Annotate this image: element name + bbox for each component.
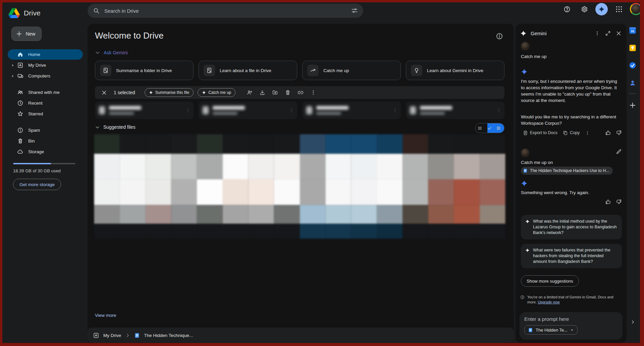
mosaic-cell	[428, 154, 454, 179]
collapse-panel-button[interactable]	[625, 317, 640, 327]
new-button[interactable]: New	[11, 26, 42, 41]
upgrade-now-link[interactable]: Upgrade now	[538, 300, 559, 304]
mosaic-cell	[171, 205, 197, 224]
rail-calendar-button[interactable]: 31	[625, 24, 640, 37]
mosaic-cell	[223, 224, 249, 238]
get-more-storage-button[interactable]: Get more storage	[13, 179, 61, 190]
mosaic-cell	[428, 179, 454, 205]
ask-gemini-card[interactable]: Summarise a folder in Drive	[95, 61, 194, 80]
mydrive-icon	[17, 62, 23, 68]
sidebar-item-bin[interactable]: Bin	[8, 136, 83, 146]
info-icon[interactable]	[496, 33, 503, 40]
account-avatar[interactable]	[630, 3, 642, 15]
expand-caret-icon	[10, 63, 15, 68]
search-input[interactable]	[104, 8, 346, 14]
gemini-suggestion-chip[interactable]: What was the initial method used by the …	[521, 215, 622, 239]
gemini-reply-2-actions	[521, 199, 622, 205]
chip-label: Catch me up	[208, 90, 231, 95]
computers-icon	[17, 73, 23, 79]
ask-gemini-card[interactable]: Learn about Gemini in Drive	[406, 61, 504, 80]
edit-prompt-icon[interactable]	[616, 149, 622, 155]
selection-chip[interactable]: Catch me up	[198, 88, 235, 97]
mosaic-cell	[223, 179, 249, 205]
gemini-menu-button[interactable]	[592, 28, 602, 39]
user-avatar	[521, 42, 622, 51]
mosaic-cell	[274, 224, 300, 238]
link-button[interactable]	[295, 87, 306, 98]
sidebar-item-home[interactable]: Home	[8, 49, 83, 60]
sidebar-item-label: Recent	[28, 101, 43, 106]
gemini-expand-button[interactable]	[602, 28, 613, 39]
list-view-button[interactable]	[475, 123, 487, 133]
prompt-file-chip[interactable]: The Hidden Te...	[524, 325, 578, 335]
rail-contacts-button[interactable]	[625, 76, 640, 90]
search-bar[interactable]	[88, 4, 363, 18]
help-button[interactable]	[560, 3, 573, 15]
home-icon	[17, 51, 23, 58]
show-more-suggestions-button[interactable]: Show more suggestions	[521, 275, 579, 287]
download-button[interactable]	[257, 87, 268, 98]
card-label: Learn about Gemini in Drive	[427, 68, 483, 73]
mosaic-cell	[171, 179, 197, 205]
chevron-right-icon	[630, 320, 635, 325]
ask-gemini-card[interactable]: Catch me up	[302, 61, 401, 80]
suggested-file-card[interactable]	[406, 102, 504, 119]
sidebar-item-recent[interactable]: Recent	[8, 98, 83, 108]
sidebar-item-label: Storage	[28, 149, 44, 154]
prompt-input[interactable]: Enter a prompt here The Hidden Te...	[520, 312, 623, 340]
person-add-button[interactable]	[244, 87, 255, 98]
referenced-file-chip[interactable]: The Hidden Technique Hackers Use to H...	[521, 167, 613, 175]
folder-move-button[interactable]	[270, 87, 280, 98]
card-label: Learn about a file in Drive	[220, 68, 271, 73]
ask-gemini-card[interactable]: Learn about a file in Drive	[199, 61, 297, 80]
folder-move-icon	[272, 90, 278, 96]
copy-button[interactable]: Copy	[561, 128, 582, 137]
search-filters-icon[interactable]	[351, 7, 358, 14]
bin-button[interactable]	[282, 87, 293, 98]
sidebar-item-shared-with-me[interactable]: Shared with me	[8, 87, 83, 98]
rail-add-button[interactable]	[625, 99, 640, 112]
view-more-link[interactable]: View more	[95, 313, 116, 318]
suggested-file-card[interactable]	[199, 102, 297, 119]
breadcrumb-file[interactable]: The Hidden Technique...	[144, 333, 193, 338]
export-to-docs-button[interactable]: Export to Docs	[521, 128, 559, 137]
blurred-file-icon	[203, 106, 209, 114]
kebab-icon	[393, 107, 397, 114]
gemini-header: Gemini	[520, 27, 624, 39]
breadcrumb-root[interactable]: My Drive	[103, 333, 121, 338]
thumb-down-icon[interactable]	[616, 130, 622, 136]
rail-tasks-button[interactable]	[625, 59, 640, 72]
suggestion-text: What were two failures that prevented th…	[533, 247, 618, 265]
sidebar-item-starred[interactable]: Starred	[8, 109, 83, 119]
apps-button[interactable]	[612, 3, 625, 15]
sidebar-item-storage[interactable]: Storage	[8, 147, 83, 157]
gemini-suggestion-chip[interactable]: What were two failures that prevented th…	[521, 244, 622, 268]
mosaic-cell	[274, 154, 300, 179]
kebab-button[interactable]	[308, 87, 319, 98]
thumb-up-icon[interactable]	[605, 199, 611, 205]
sidebar-item-computers[interactable]: Computers	[8, 71, 83, 81]
suggested-file-card[interactable]	[95, 102, 194, 119]
thumb-down-icon[interactable]	[616, 199, 622, 205]
ask-gemini-toggle[interactable]: Ask Gemini	[95, 50, 128, 55]
clock-icon	[17, 100, 23, 106]
gemini-close-button[interactable]	[613, 28, 624, 39]
clear-selection-button[interactable]	[99, 88, 109, 98]
settings-button[interactable]	[578, 3, 591, 15]
mosaic-cell	[94, 224, 120, 238]
suggested-file-card[interactable]	[302, 102, 401, 119]
grid-view-button[interactable]	[487, 123, 504, 133]
drive-logo[interactable]: Drive	[2, 8, 88, 18]
tasks-icon	[629, 61, 637, 69]
search-icon[interactable]	[93, 7, 100, 14]
sidebar-item-spam[interactable]: Spam	[8, 125, 83, 135]
rail-keep-button[interactable]	[625, 41, 640, 55]
mosaic-cell	[171, 154, 197, 179]
selection-chip[interactable]: Summarise this file	[145, 88, 194, 97]
thumb-up-icon[interactable]	[605, 130, 611, 136]
chevron-down-icon[interactable]	[95, 125, 100, 130]
gemini-button[interactable]	[595, 3, 608, 15]
spark-icon	[521, 68, 528, 75]
reply-menu-button[interactable]	[583, 128, 592, 137]
sidebar-item-my-drive[interactable]: My Drive	[8, 60, 83, 70]
